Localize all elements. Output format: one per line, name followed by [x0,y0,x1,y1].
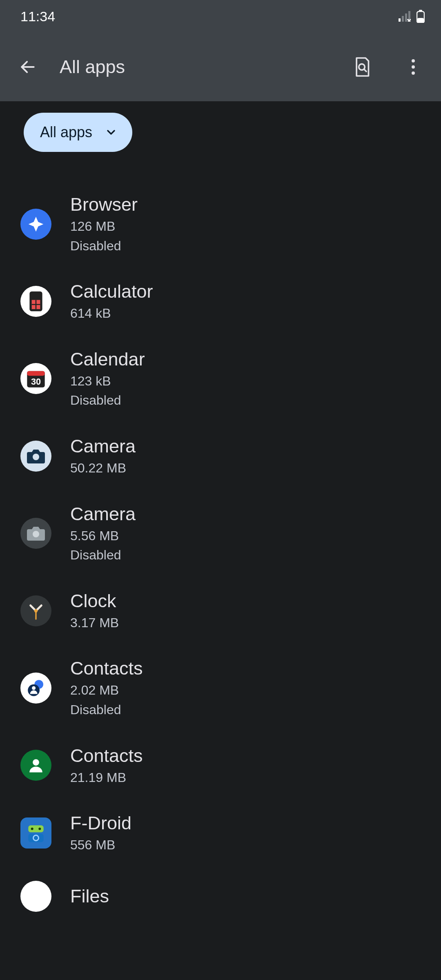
app-name: Camera [70,435,136,457]
svg-rect-6 [417,18,424,23]
svg-text:30: 30 [31,376,41,387]
svg-point-25 [34,609,38,612]
app-row-contacts[interactable]: Contacts 2.02 MB Disabled [0,644,441,731]
svg-rect-30 [28,825,43,832]
calculator-icon [20,286,51,317]
app-row-camera2[interactable]: Camera 5.56 MB Disabled [0,490,441,577]
svg-point-28 [32,686,36,690]
app-row-clock[interactable]: Clock 3.17 MB [0,577,441,645]
svg-point-29 [33,759,39,766]
svg-rect-1 [402,16,404,22]
app-size: 556 MB [70,837,131,854]
more-options-button[interactable] [394,47,433,87]
more-vert-icon [411,59,415,75]
battery-icon [416,10,425,23]
app-name: Browser [70,194,138,216]
svg-point-11 [412,65,415,69]
contacts-icon [20,673,51,704]
calendar-icon: 30 [20,363,51,394]
app-row-fdroid[interactable]: F-Droid 556 MB [0,799,441,867]
svg-point-32 [38,828,41,830]
app-size: 614 kB [70,305,153,322]
search-button[interactable] [342,47,381,87]
app-row-camera[interactable]: Camera 50.22 MB [0,422,441,490]
app-row-contacts2[interactable]: Contacts 21.19 MB [0,732,441,800]
app-size: 123 kB [70,373,145,390]
app-name: Clock [70,590,119,612]
app-row-calculator[interactable]: Calculator 614 kB [0,267,441,335]
app-name: Files [70,885,109,907]
svg-rect-18 [27,371,45,376]
app-name: Calendar [70,348,145,370]
page-title: All apps [60,56,330,78]
app-size: 5.56 MB [70,528,136,545]
app-row-calendar[interactable]: 30 Calendar 123 kB Disabled [0,335,441,422]
app-size: 3.17 MB [70,615,119,632]
status-icons [399,10,425,23]
search-in-page-icon [353,57,371,77]
arrow-left-icon [19,58,37,76]
svg-point-31 [31,828,33,830]
status-bar: 11:34 [0,0,441,33]
browser-icon [20,209,51,240]
signal-icon [399,11,411,22]
app-status: Disabled [70,547,136,564]
app-bar: All apps [0,33,441,101]
app-name: Contacts [70,745,143,767]
app-name: Calculator [70,281,153,303]
app-name: F-Droid [70,812,131,834]
filter-label: All apps [40,124,92,141]
svg-rect-0 [399,18,401,22]
chevron-down-icon [105,126,118,139]
svg-point-10 [412,59,415,62]
svg-point-20 [33,454,39,460]
svg-point-12 [412,71,415,75]
app-size: 2.02 MB [70,682,143,699]
app-size: 50.22 MB [70,460,136,477]
svg-rect-2 [405,13,407,22]
content: All apps Browser 126 MB Disabled [0,101,441,926]
camera-icon [20,518,51,549]
files-icon [20,881,51,912]
clock-icon [20,595,51,626]
contacts-icon [20,750,51,781]
app-status: Disabled [70,238,138,255]
app-list: Browser 126 MB Disabled Calculator 614 k… [0,152,441,926]
fdroid-icon [20,817,51,849]
camera-icon [20,441,51,472]
app-name: Camera [70,503,136,525]
svg-line-9 [364,69,367,72]
app-row-browser[interactable]: Browser 126 MB Disabled [0,180,441,267]
app-size: 126 MB [70,218,138,235]
app-row-files[interactable]: Files [0,867,441,926]
app-size: 21.19 MB [70,769,143,786]
status-time: 11:34 [20,9,55,24]
svg-point-21 [33,531,39,537]
app-status: Disabled [70,392,145,409]
back-button[interactable] [8,47,47,87]
filter-chip[interactable]: All apps [24,113,132,152]
app-name: Contacts [70,657,143,679]
app-status: Disabled [70,702,143,719]
